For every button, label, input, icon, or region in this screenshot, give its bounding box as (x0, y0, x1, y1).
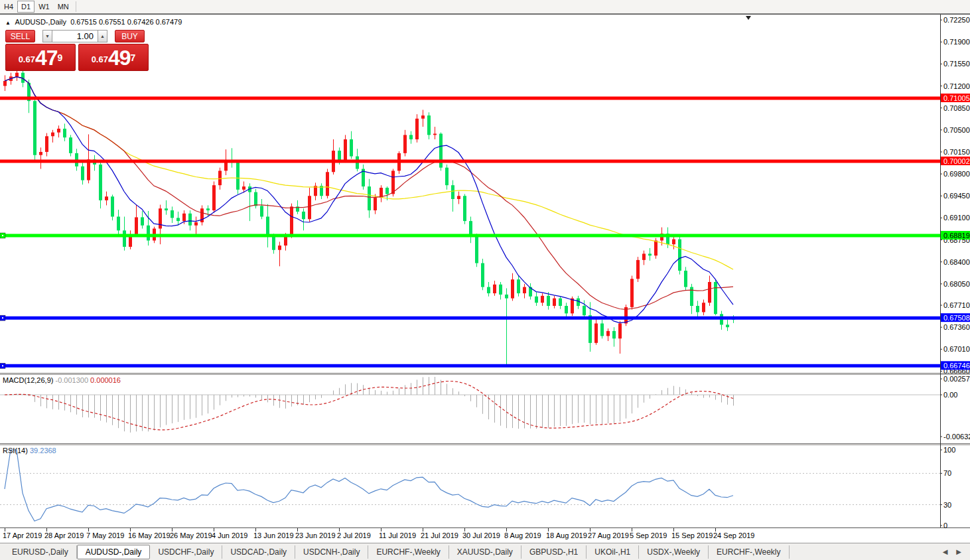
buy-button[interactable]: BUY (115, 30, 145, 42)
price-tick: 0.67360 (943, 323, 970, 331)
sell-price-big: 47 (35, 47, 58, 68)
level-price-label: 0.71005 (943, 94, 970, 102)
tab-scroll-left-icon[interactable]: ◀ (939, 548, 951, 555)
timeframe-button-w1[interactable]: W1 (35, 1, 54, 13)
chart-tab-ukoil-h1[interactable]: UKOil-,H1 (587, 545, 639, 559)
price-tick: 0.72250 (943, 16, 970, 24)
volume-input[interactable] (52, 30, 98, 42)
one-click-trade-panel: SELL ▼ ▲ BUY 0.67479 0.67497 (5, 30, 150, 71)
rsi-tick: 30 (943, 501, 951, 509)
rsi-label: RSI(14) (3, 447, 30, 455)
sell-price-pip: 9 (58, 44, 63, 71)
price-tick: 0.68400 (943, 258, 970, 266)
date-tick-label: 18 Aug 2019 (546, 531, 587, 539)
date-tick-label: 26 May 2019 (170, 531, 212, 539)
macd-tick: 0.002574 (943, 375, 970, 383)
sell-price-box[interactable]: 0.67479 (5, 44, 76, 71)
chart-tab-audusd-daily[interactable]: AUDUSD-,Daily (77, 545, 151, 559)
rsi-tick: 100 (943, 446, 955, 454)
chart-tab-eurchf-weekly[interactable]: EURCHF-,Weekly (709, 545, 789, 559)
date-tick-label: 2 Jul 2019 (337, 531, 371, 539)
buy-price-box[interactable]: 0.67497 (78, 44, 149, 71)
date-tick-label: 24 Sep 2019 (713, 531, 754, 539)
chart-tab-xauusd-daily[interactable]: XAUUSD-,Daily (449, 545, 521, 559)
price-tick: 0.70850 (943, 104, 970, 112)
price-tick: 0.69800 (943, 170, 970, 178)
price-tick: 0.71200 (943, 82, 970, 90)
price-tick: 0.68050 (943, 280, 970, 288)
price-tick: 0.69100 (943, 214, 970, 222)
symbol-name: AUDUSD-,Daily (15, 18, 66, 26)
level-price-label: 0.66746 (943, 362, 970, 370)
chart-tab-usdcnh-daily[interactable]: USDCNH-,Daily (295, 545, 368, 559)
buy-button-label: BUY (121, 32, 138, 41)
date-tick-label: 11 Jul 2019 (379, 531, 416, 539)
sell-price-prefix: 0.67 (19, 51, 35, 68)
timeframe-button-d1[interactable]: D1 (17, 1, 35, 13)
volume-decrease-button[interactable]: ▼ (42, 30, 52, 42)
date-tick-label: 21 Jul 2019 (421, 531, 458, 539)
macd-main-value: -0.001300 (55, 376, 90, 384)
date-tick-label: 28 Apr 2019 (44, 531, 84, 539)
chart-tab-eurusd-daily[interactable]: EURUSD-,Daily (4, 545, 77, 559)
sell-button[interactable]: SELL (5, 30, 35, 42)
date-tick-label: 7 May 2019 (86, 531, 124, 539)
price-tick: 0.70500 (943, 126, 970, 134)
macd-tick: -0.006326 (943, 433, 970, 441)
timeframe-button-mn[interactable]: MN (54, 1, 73, 13)
chart-area[interactable]: 0.722500.719000.715500.712000.708500.705… (0, 14, 970, 543)
timeframe-button-h4[interactable]: H4 (0, 1, 17, 13)
buy-price-big: 49 (108, 47, 131, 68)
buy-price-prefix: 0.67 (92, 51, 108, 68)
chart-tab-gbpusd-h1[interactable]: GBPUSD-,H1 (521, 545, 587, 559)
price-tick: 0.71550 (943, 60, 970, 68)
date-tick-label: 23 Jun 2019 (295, 531, 336, 539)
macd-tick: 0.00 (943, 391, 957, 399)
macd-signal-value: 0.000016 (90, 376, 121, 384)
tab-scroll-buttons: ◀ ▶ (939, 548, 965, 555)
volume-increase-button[interactable]: ▲ (98, 30, 107, 42)
buy-price-pip: 7 (131, 44, 136, 71)
macd-label: MACD(12,26,9) (3, 376, 55, 384)
price-tick: 0.67710 (943, 301, 970, 309)
svg-text:MACD(12,26,9) -0.001300 0.0000: MACD(12,26,9) -0.001300 0.000016 (3, 376, 121, 384)
chart-tab-usdcad-daily[interactable]: USDCAD-,Daily (222, 545, 295, 559)
date-tick-label: 13 Jun 2019 (253, 531, 294, 539)
chart-tab-bar: EURUSD-,DailyAUDUSD-,DailyUSDCHF-,DailyU… (0, 543, 970, 560)
price-tick: 0.67010 (943, 345, 970, 353)
date-tick-label: 5 Sep 2019 (630, 531, 667, 539)
rsi-tick: 0 (943, 522, 947, 529)
date-tick-label: 30 Jul 2019 (462, 531, 500, 539)
tab-scroll-right-icon[interactable]: ▶ (953, 548, 965, 555)
date-tick-label: 8 Aug 2019 (504, 531, 541, 539)
sell-button-label: SELL (11, 32, 30, 41)
ohlc-values: 0.67515 0.67551 0.67426 0.67479 (70, 18, 182, 26)
level-price-label: 0.67508 (943, 314, 970, 322)
rsi-value: 39.2368 (30, 447, 56, 455)
date-tick-label: 27 Aug 2019 (588, 531, 629, 539)
rsi-tick: 70 (943, 469, 951, 477)
price-tick: 0.71900 (943, 38, 970, 46)
chart-tab-eurchf-weekly[interactable]: EURCHF-,Weekly (368, 545, 449, 559)
date-tick-label: 4 Jun 2019 (212, 531, 247, 539)
chart-tab-usdchf-daily[interactable]: USDCHF-,Daily (150, 545, 222, 559)
collapse-triangle-icon[interactable]: ▲ (5, 20, 11, 26)
chart-symbol-title: ▲ AUDUSD-,Daily 0.67515 0.67551 0.67426 … (5, 18, 182, 26)
timeframe-toolbar: H4D1W1MN (0, 0, 970, 14)
date-tick-label: 17 Apr 2019 (3, 531, 42, 539)
price-tick: 0.69450 (943, 192, 970, 200)
date-tick-label: 16 May 2019 (128, 531, 171, 539)
date-tick-label: 15 Sep 2019 (671, 531, 713, 539)
level-price-label: 0.68819 (943, 232, 970, 240)
price-tick: 0.70150 (943, 148, 970, 156)
svg-text:RSI(14) 39.2368: RSI(14) 39.2368 (3, 447, 56, 455)
level-price-label: 0.70002 (943, 157, 970, 165)
chart-tab-usdx-weekly[interactable]: USDX-,Weekly (639, 545, 709, 559)
